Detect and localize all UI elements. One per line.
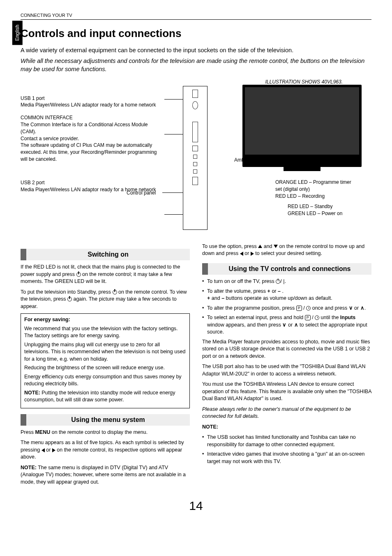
note-heading: NOTE:: [202, 424, 371, 431]
left-column: Switching on If the RED LED is not lit, …: [21, 243, 190, 489]
box-title: For energy saving:: [24, 316, 186, 324]
arrow-right-icon: [52, 448, 55, 452]
usb1-title: USB 1 port: [21, 95, 164, 102]
arrow-down-icon: [274, 245, 278, 248]
diagram: ILLUSTRATION SHOWS 40VL963. USB 1 port M…: [21, 79, 371, 235]
right-column: To use the option, press and on the remo…: [202, 243, 371, 489]
list-item: To select an external input, press and h…: [202, 314, 371, 336]
usb-wlan-p: The USB port also has to be used with th…: [202, 363, 371, 378]
usb2-title: USB 2 port: [21, 179, 164, 186]
chevron-down-icon: ∨: [282, 322, 286, 329]
clock-icon: [306, 306, 311, 310]
green-led-label: GREEN LED – Power on: [288, 210, 357, 217]
arrow-left-icon: [240, 252, 243, 256]
red-led-standby-label: RED LED – Standby: [288, 203, 357, 210]
ci-l2: Contact a service provider.: [21, 135, 164, 142]
box-p2: Unplugging the mains plug will cut energ…: [24, 341, 186, 363]
power-icon: [113, 290, 117, 294]
list-item: To alter the programme position, press P…: [202, 305, 371, 312]
menu-system-heading: Using the menu system: [21, 414, 190, 426]
usb1-desc: Media Player/Wireless LAN adaptor ready …: [21, 102, 164, 109]
power-icon: [276, 279, 280, 284]
chevron-up-icon: ∧: [360, 305, 364, 312]
top-option-p: To use the option, press and on the remo…: [202, 243, 371, 257]
arrow-right-icon: [251, 252, 254, 256]
diagram-labels-left: USB 1 port Media Player/Wireless LAN ada…: [21, 95, 164, 199]
page-number: 14: [21, 497, 371, 514]
p-icon: P: [305, 315, 311, 320]
tv-controls-heading: Using the TV controls and connections: [202, 263, 371, 275]
menu-p2: The menu appears as a list of five topic…: [21, 439, 190, 461]
ci-l3: The software updating of CI Plus CAM may…: [21, 142, 164, 162]
control-panel-label: Control panel: [127, 190, 156, 197]
ci-title: COMMON INTERFACE: [21, 114, 164, 121]
menu-note: NOTE: The same menu is displayed in DTV …: [21, 464, 190, 486]
energy-saving-box: For energy saving: We recommend that you…: [21, 313, 190, 408]
box-p4: Energy efficiency cuts energy consumptio…: [24, 373, 186, 388]
ci-l1: The Common Interface is for a Conditiona…: [21, 121, 164, 135]
box-p1: We recommend that you use the television…: [24, 325, 186, 340]
red-led-rec-label: RED LED – Recording: [275, 193, 357, 200]
toshiba-wlan-p: You must use the TOSHIBA Wireless LAN de…: [202, 381, 371, 403]
switching-p2: To put the television into Standby, pres…: [21, 289, 190, 310]
box-note: NOTE: Putting the television into standb…: [24, 389, 186, 404]
power-icon: [67, 297, 72, 301]
chevron-up-icon: ∧: [294, 322, 298, 329]
arrow-left-icon: [42, 448, 45, 452]
tv-front-graphic: [242, 85, 362, 167]
language-tab: English: [12, 21, 23, 45]
media-player-p: The Media Player feature provides access…: [202, 338, 371, 360]
intro-p1: A wide variety of external equipment can…: [21, 46, 371, 54]
tv-side-panel-graphic: [183, 86, 208, 230]
menu-p1: Press MENU on the remote control to disp…: [21, 429, 190, 436]
p-icon: P: [296, 306, 302, 311]
intro-text: A wide variety of external equipment can…: [21, 46, 371, 74]
note-list: The USB socket has limited functionality…: [202, 434, 371, 465]
list-item: To turn on or off the TV, press / |.: [202, 278, 371, 285]
clock-icon: [315, 315, 319, 320]
orange-led-label: ORANGE LED – Programme timer set (digita…: [275, 179, 357, 193]
list-item: The USB socket has limited functionality…: [202, 434, 371, 448]
ambient-light-label: Ambient Light Sensor: [234, 157, 357, 164]
list-item: Interactive video games that involve sho…: [202, 451, 371, 465]
controls-list: To turn on or off the TV, press / |. To …: [202, 278, 371, 336]
header-section: CONNECTING YOUR TV: [21, 12, 371, 20]
diagram-labels-right: Ambient Light Sensor ORANGE LED – Progra…: [234, 157, 357, 220]
box-p3: Reducing the brightness of the screen wi…: [24, 364, 186, 372]
refer-manual-p: Please always refer to the owner's manua…: [202, 406, 371, 420]
switching-p1: If the RED LED is not lit, check that th…: [21, 264, 190, 285]
switching-on-heading: Switching on: [21, 249, 190, 260]
list-item: To alter the volume, press + or – . + an…: [202, 288, 371, 302]
arrow-up-icon: [258, 245, 262, 248]
page-title: Controls and input connections: [21, 26, 371, 41]
chevron-down-icon: ∨: [349, 305, 353, 312]
power-icon: [76, 272, 81, 277]
intro-p2: While all the necessary adjustments and …: [21, 57, 371, 74]
diagram-caption: ILLUSTRATION SHOWS 40VL963.: [21, 79, 343, 86]
